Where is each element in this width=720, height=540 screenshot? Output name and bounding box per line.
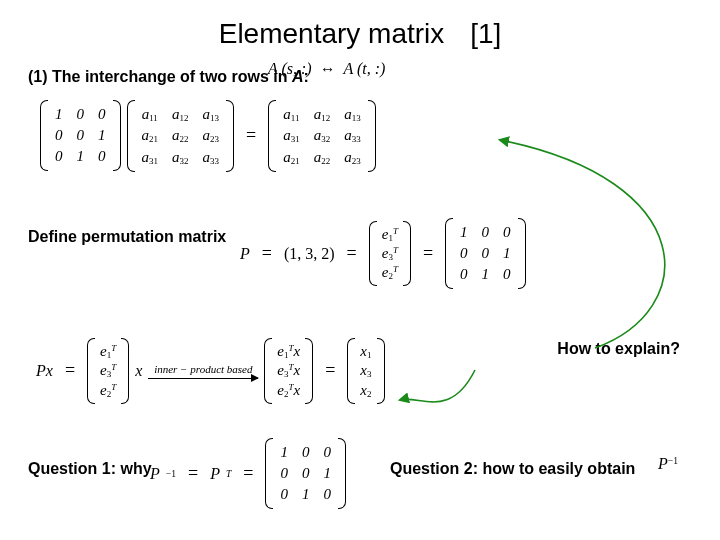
curve-arrow-left-icon: [400, 370, 475, 402]
evec-column: e1T e3T e2T: [369, 221, 411, 287]
perm-triple: (1, 3, 2): [284, 245, 335, 263]
swap-rhs: A (t, :): [343, 60, 385, 77]
arrow-label: inner − product based: [154, 363, 252, 375]
perm-matrix-P: 100 001 010: [40, 100, 121, 171]
x-symbol: x: [135, 362, 142, 380]
Pinv-matrix: 100 001 010: [265, 438, 346, 509]
title-main: Elementary matrix: [219, 18, 445, 49]
how-to-explain: How to explain?: [557, 340, 680, 358]
matrix-A: a11 a12 a13 a21 a22 a23 a31 a32 a33: [127, 100, 235, 172]
line1-prefix: (1) The interchange of two rows in: [28, 68, 292, 85]
eTx-column: e1Tx e3Tx e2Tx: [264, 338, 313, 404]
swap-lhs: A (s, :): [268, 60, 312, 77]
Pinv-eq: P−1 = PT = 100 001 010: [150, 438, 346, 509]
title-tag: [1]: [470, 18, 501, 49]
question-2: Question 2: how to easily obtain: [390, 460, 635, 478]
perm-identity-matrix: 100 001 010: [445, 218, 526, 289]
page-title: Elementary matrix [1]: [0, 18, 720, 50]
line-interchange: (1) The interchange of two rows in A:: [28, 68, 309, 86]
equals-sign: =: [240, 125, 262, 146]
Pinv-symbol: P−1: [658, 455, 678, 473]
Px-symbol: Px: [36, 362, 53, 380]
define-perm-label: Define permutation matrix: [28, 228, 226, 246]
matrix-product-eq: 100 001 010 a11 a12 a13 a21 a22 a23 a31 …: [40, 100, 376, 172]
matrix-PA: a11 a12 a13 a31 a32 a33 a21 a22 a23: [268, 100, 376, 172]
perm-definition: P = (1, 3, 2) = e1T e3T e2T = 100 001 01…: [240, 218, 526, 289]
question-1: Question 1: why: [28, 460, 152, 478]
evec-col-2: e1T e3T e2T: [87, 338, 129, 404]
row-swap-notation: A (s, :) ↔ A (t, :): [268, 60, 385, 78]
Px-derivation: Px = e1T e3T e2T x inner − product based…: [36, 338, 385, 404]
P-symbol: P: [240, 245, 250, 263]
leftright-arrow-icon: ↔: [316, 60, 340, 77]
result-column: x1 x3 x2: [347, 338, 384, 404]
long-right-arrow-icon: [148, 378, 258, 379]
